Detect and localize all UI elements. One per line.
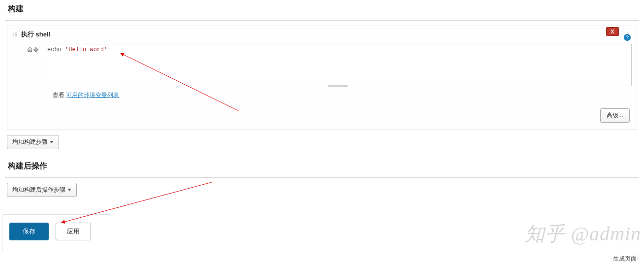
svg-point-3 <box>13 34 14 35</box>
add-postbuild-step-label: 增加构建后操作步骤 <box>12 186 65 194</box>
env-vars-link[interactable]: 可用的环境变量列表 <box>66 92 119 99</box>
code-token-string: 'Hello word' <box>65 46 107 53</box>
build-step-container: X ? 执行 shell 命令 echo 'Hello word' 查看 可用的… <box>7 26 637 130</box>
build-step-title: 执行 shell <box>21 30 50 39</box>
svg-point-1 <box>15 33 16 33</box>
svg-point-2 <box>16 33 17 33</box>
svg-point-0 <box>13 33 14 33</box>
shell-command-input[interactable]: echo 'Hello word' <box>44 44 632 86</box>
chevron-down-icon <box>50 141 54 143</box>
svg-point-7 <box>15 35 16 36</box>
svg-point-8 <box>16 35 17 36</box>
command-label: 命令 <box>24 44 39 54</box>
add-postbuild-step-button[interactable]: 增加构建后操作步骤 <box>7 183 77 197</box>
divider <box>5 177 639 178</box>
svg-point-6 <box>13 35 14 36</box>
svg-point-5 <box>16 34 17 35</box>
watermark-text: 知乎 @admin <box>525 220 641 247</box>
apply-button[interactable]: 应用 <box>56 223 91 240</box>
postbuild-section-title: 构建后操作 <box>5 157 639 175</box>
divider <box>5 20 639 21</box>
code-token-cmd: echo <box>47 46 61 53</box>
footer-note: 生成页面· <box>613 255 638 263</box>
footer-actions: 保存 应用 <box>2 214 110 252</box>
add-build-step-label: 增加构建步骤 <box>12 138 48 146</box>
build-section-title: 构建 <box>5 0 639 18</box>
svg-point-4 <box>15 34 16 35</box>
advanced-button[interactable]: 高级... <box>600 108 630 123</box>
save-button[interactable]: 保存 <box>9 223 49 240</box>
resize-handle[interactable] <box>328 85 348 87</box>
drag-handle-icon[interactable] <box>12 32 18 37</box>
build-step-header[interactable]: 执行 shell <box>7 26 637 44</box>
chevron-down-icon <box>67 189 71 191</box>
add-build-step-button[interactable]: 增加构建步骤 <box>7 135 59 149</box>
env-vars-prefix: 查看 <box>53 92 64 99</box>
